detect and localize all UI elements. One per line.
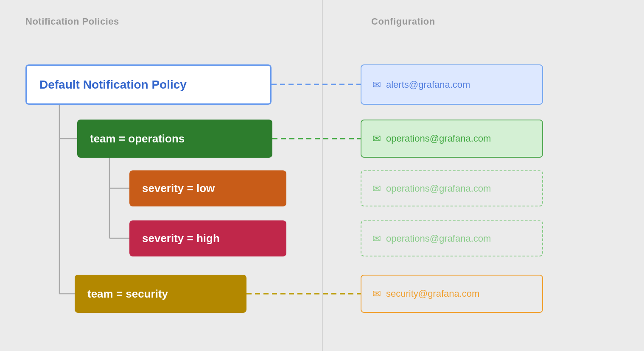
mail-icon-severity-low: ✉ [372, 183, 381, 195]
severity-low-node: severity = low [129, 170, 286, 206]
mail-icon-severity-high: ✉ [372, 233, 381, 245]
operations-node: team = operations [77, 120, 272, 158]
mail-icon-operations: ✉ [372, 133, 381, 145]
config-default: ✉ alerts@grafana.com [361, 64, 543, 105]
mail-icon-default: ✉ [372, 79, 381, 91]
divider [322, 0, 323, 351]
left-header: Notification Policies [25, 16, 119, 27]
right-header: Configuration [371, 16, 435, 27]
default-policy-node: Default Notification Policy [25, 64, 272, 105]
security-node: team = security [75, 275, 246, 313]
config-operations: ✉ operations@grafana.com [361, 120, 543, 158]
severity-high-node: severity = high [129, 220, 286, 256]
config-severity-high: ✉ operations@grafana.com [361, 220, 543, 256]
main-canvas: Notification Policies Configuration Defa… [0, 0, 644, 351]
config-severity-low: ✉ operations@grafana.com [361, 170, 543, 206]
mail-icon-security: ✉ [372, 288, 381, 300]
config-security: ✉ security@grafana.com [361, 275, 543, 313]
